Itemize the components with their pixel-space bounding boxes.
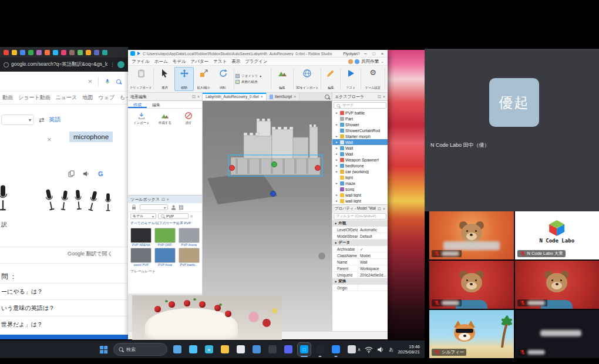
- account-name[interactable]: Plyotyan?: [343, 52, 360, 56]
- explorer-search-input[interactable]: サーチ: [334, 102, 386, 109]
- close-panel-icon[interactable]: ×: [383, 207, 385, 211]
- close-tab-icon[interactable]: ×: [261, 95, 263, 99]
- menu-item[interactable]: テスト: [213, 59, 227, 65]
- explorer-item[interactable]: light: [332, 174, 388, 180]
- explorer-item[interactable]: Part: [332, 116, 388, 122]
- clear-search-icon[interactable]: ×: [88, 77, 92, 86]
- related-question[interactable]: いう意味の英語は？: [1, 304, 119, 312]
- clipboard-group[interactable]: クリップボード: [130, 67, 152, 91]
- title-bar[interactable]: C:\Users\utapo\AppData\Local\Roblox\Robl…: [128, 50, 388, 58]
- microphone-image[interactable]: [103, 193, 113, 213]
- explorer-item[interactable]: ▸ Wall: [332, 151, 388, 157]
- toolbox-model-item[interactable]: PVP ARENA: [130, 228, 153, 247]
- move-handle-z[interactable]: [271, 191, 276, 197]
- taskbar-search[interactable]: 検索: [113, 343, 167, 356]
- taskbar-app-icon[interactable]: [218, 343, 231, 356]
- participant-tile[interactable]: [429, 261, 514, 309]
- property-row[interactable]: Archivable ✓: [332, 246, 388, 252]
- bookmark-favicon[interactable]: [4, 50, 9, 55]
- search-icon[interactable]: [325, 95, 329, 99]
- bookmark-favicon[interactable]: [45, 50, 50, 55]
- expand-arrow-icon[interactable]: ▸: [336, 123, 339, 126]
- explorer-item[interactable]: ▸ wall light: [332, 198, 388, 204]
- toolbox-model-item[interactable]: PVP OFF!: [154, 228, 177, 247]
- wifi-icon[interactable]: [365, 346, 373, 353]
- taskbar-app-icon[interactable]: e: [203, 343, 216, 356]
- property-row[interactable]: ModelStreamingMode Default: [332, 233, 388, 240]
- property-row[interactable]: LevelOfDetail Automatic: [332, 227, 388, 233]
- taskbar-app-icon[interactable]: [234, 343, 247, 356]
- explorer-item[interactable]: ▸ maze: [332, 180, 388, 186]
- start-button[interactable]: [97, 343, 110, 356]
- expand-arrow-icon[interactable]: ▸: [336, 146, 339, 150]
- bookmark-favicon[interactable]: [102, 50, 107, 55]
- property-row[interactable]: ClassName Model: [332, 252, 388, 259]
- expand-arrow-icon[interactable]: ▸: [336, 158, 339, 161]
- taskbar-app-icon[interactable]: □: [298, 343, 311, 356]
- taskbar-app-icon[interactable]: [345, 343, 358, 356]
- voice-search-icon[interactable]: [105, 79, 110, 85]
- brush-icon[interactable]: [179, 205, 183, 210]
- bookmark-favicon[interactable]: [28, 50, 33, 55]
- speaker-icon[interactable]: [83, 170, 90, 177]
- scale-tool[interactable]: 拡大/縮小: [194, 67, 213, 91]
- property-row[interactable]: Name Wall: [332, 259, 388, 265]
- property-row[interactable]: UniqueId 209c24d9e0d...: [332, 272, 388, 278]
- participant-tile[interactable]: シルフィー: [429, 310, 514, 358]
- bookmark-favicon[interactable]: [20, 50, 25, 55]
- result-filter-tab[interactable]: ウェブ: [98, 94, 115, 102]
- bookmark-favicon[interactable]: [69, 50, 75, 55]
- expand-arrow-icon[interactable]: ▸: [336, 170, 339, 173]
- related-question[interactable]: 世界だよ」は？: [1, 321, 119, 329]
- dock-icon[interactable]: ⊡: [161, 197, 165, 202]
- dock-icon[interactable]: ⊡: [378, 95, 381, 99]
- toolbox-search-input[interactable]: PVP: [158, 213, 189, 219]
- toolbox-model-item[interactable]: PVP battle...: [177, 248, 200, 267]
- result-filter-tab[interactable]: 地図: [82, 94, 93, 102]
- properties-header[interactable]: プロパティ - Model "Wall" ⊡ ×: [332, 205, 388, 213]
- microphone-image[interactable]: [86, 190, 100, 213]
- toolbox-model-item[interactable]: weird PVP: [130, 248, 153, 267]
- terrain-tab-create[interactable]: 作成: [128, 101, 147, 108]
- taskbar-app-icon[interactable]: [329, 343, 342, 356]
- game-settings-button[interactable]: ⚙ ゲーム設定: [362, 67, 383, 91]
- volume-icon[interactable]: [377, 346, 385, 353]
- menu-item[interactable]: ファイル: [132, 59, 150, 65]
- bookmark-favicon[interactable]: [36, 50, 42, 55]
- more-icon[interactable]: ⋮: [110, 62, 115, 68]
- menu-item[interactable]: ホーム: [154, 59, 168, 65]
- edit-button[interactable]: 編集: [322, 67, 339, 91]
- site-info-icon[interactable]: [4, 62, 9, 68]
- bookmark-favicon[interactable]: [12, 50, 17, 55]
- expand-arrow-icon[interactable]: ▸: [336, 152, 339, 156]
- microphone-image[interactable]: [0, 184, 9, 213]
- section-transform[interactable]: ▾ 変換: [332, 278, 388, 285]
- move-handle-y[interactable]: [272, 162, 277, 167]
- open-in-translate-link[interactable]: Google 翻訳で開く: [68, 250, 113, 258]
- close-panel-icon[interactable]: ×: [197, 95, 200, 99]
- select-tool[interactable]: 選択: [155, 67, 174, 91]
- explorer-item[interactable]: ▸ wall light: [332, 192, 388, 198]
- section-data[interactable]: ▾ データ: [332, 240, 388, 246]
- menu-item[interactable]: モデル: [173, 59, 186, 65]
- terrain-tab-edit[interactable]: 編集: [147, 101, 166, 108]
- menu-item[interactable]: 表示: [231, 59, 240, 65]
- taskbar-app-icon[interactable]: [266, 343, 279, 356]
- properties-filter-input[interactable]: フィルター (Ctrl+Shift+P): [334, 213, 386, 220]
- dock-icon[interactable]: ⊡: [192, 95, 196, 99]
- terrain-generate-button[interactable]: 作成する: [155, 112, 175, 125]
- expand-arrow-icon[interactable]: ▸: [336, 140, 339, 144]
- explorer-panel-header[interactable]: エクスプローラ ⊡ ×: [332, 93, 388, 100]
- google-translate-icon[interactable]: G: [98, 170, 103, 177]
- maximize-button[interactable]: □: [371, 52, 377, 56]
- copy-icon[interactable]: [68, 170, 75, 177]
- taskbar-clock[interactable]: 15:46 2025/08/21: [398, 344, 420, 355]
- microphone-image[interactable]: [43, 187, 57, 213]
- bookmark-favicon[interactable]: [94, 50, 99, 55]
- toolbox-header[interactable]: ツールボックス ⊡ ×: [128, 196, 202, 203]
- result-filter-tab[interactable]: もっと見る: [120, 94, 128, 102]
- expand-arrow-icon[interactable]: ▸: [336, 111, 339, 114]
- section-appearance[interactable]: ▾ 外観: [332, 220, 388, 227]
- terrain-clear-button[interactable]: 消す: [179, 112, 198, 125]
- taskbar-app-icon[interactable]: [314, 343, 327, 356]
